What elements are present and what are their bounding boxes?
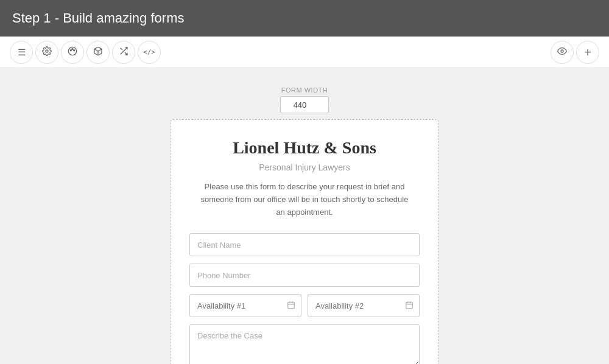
form-subtitle: Personal Injury Lawyers xyxy=(189,163,420,172)
form-width-control: FORM WIDTH xyxy=(280,86,329,113)
app-header: Step 1 - Build amazing forms xyxy=(0,0,609,37)
availability-row xyxy=(189,294,420,317)
toolbar: ☰ xyxy=(0,37,609,68)
availability1-wrapper xyxy=(189,294,301,317)
svg-point-4 xyxy=(74,50,75,51)
svg-point-2 xyxy=(70,50,71,51)
form-width-input[interactable] xyxy=(280,96,329,113)
cube-button[interactable] xyxy=(86,41,110,64)
form-width-label: FORM WIDTH xyxy=(281,86,328,94)
case-description-input[interactable] xyxy=(189,324,420,364)
settings-button[interactable] xyxy=(35,41,58,64)
plus-icon: + xyxy=(584,46,591,58)
svg-point-3 xyxy=(72,49,73,50)
availability2-input[interactable] xyxy=(308,294,420,317)
availability2-wrapper xyxy=(308,294,420,317)
palette-button[interactable] xyxy=(61,41,84,64)
svg-point-9 xyxy=(561,50,563,52)
client-name-input[interactable] xyxy=(189,233,420,256)
code-button[interactable]: </> xyxy=(138,41,161,64)
palette-icon xyxy=(68,46,77,58)
phone-number-field xyxy=(189,264,420,287)
svg-point-0 xyxy=(46,50,48,52)
code-icon: </> xyxy=(143,48,155,56)
form-title: Lionel Hutz & Sons xyxy=(189,138,420,158)
shuffle-button[interactable] xyxy=(112,41,135,64)
shuffle-icon xyxy=(119,46,128,58)
main-content: FORM WIDTH Lionel Hutz & Sons Personal I… xyxy=(0,68,609,364)
phone-number-input[interactable] xyxy=(189,264,420,287)
add-button[interactable]: + xyxy=(576,41,599,64)
form-description: Please use this form to describe your re… xyxy=(189,181,420,219)
settings-icon xyxy=(42,46,52,58)
preview-button[interactable] xyxy=(551,41,574,64)
availability1-field xyxy=(189,294,301,317)
page-title: Step 1 - Build amazing forms xyxy=(12,10,184,26)
menu-icon: ☰ xyxy=(18,47,26,58)
eye-icon xyxy=(557,46,567,58)
form-canvas: Lionel Hutz & Sons Personal Injury Lawye… xyxy=(171,119,438,364)
toolbar-right: + xyxy=(551,41,599,64)
svg-line-8 xyxy=(121,48,122,50)
availability2-field xyxy=(308,294,420,317)
toolbar-left: ☰ xyxy=(10,41,161,64)
cube-icon xyxy=(93,46,103,58)
availability1-input[interactable] xyxy=(189,294,301,317)
menu-button[interactable]: ☰ xyxy=(10,41,33,64)
case-description-field xyxy=(189,324,420,364)
client-name-field xyxy=(189,233,420,256)
